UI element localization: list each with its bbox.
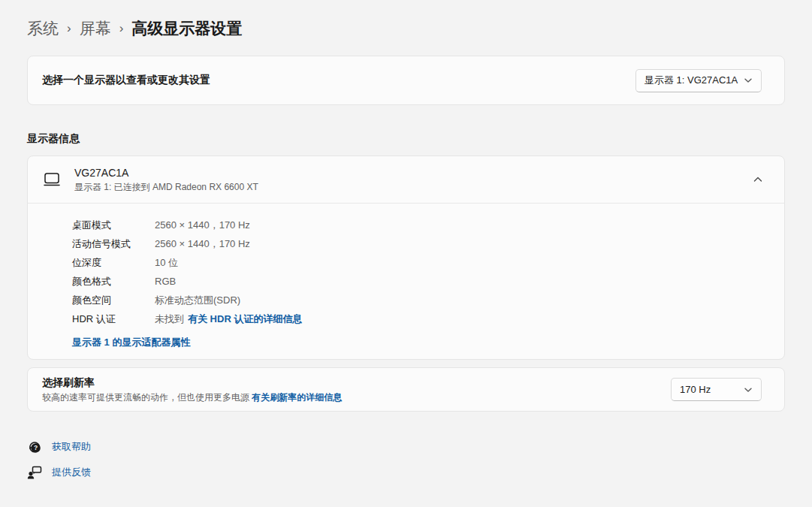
- table-row: 位深度 10 位: [72, 253, 770, 272]
- refresh-rate-dropdown[interactable]: 170 Hz: [671, 378, 762, 401]
- advanced-display-settings-page: 系统 › 屏幕 › 高级显示器设置 选择一个显示器以查看或更改其设置 显示器 1…: [0, 17, 812, 480]
- get-help-label: 获取帮助: [52, 440, 91, 454]
- row-label: 颜色格式: [72, 275, 155, 288]
- refresh-rate-description-text: 较高的速率可提供更流畅的动作，但也使用更多电源: [42, 392, 249, 403]
- footer-links: ? 获取帮助 提供反馈: [27, 439, 785, 480]
- display-info-expander-header[interactable]: VG27AC1A 显示器 1: 已连接到 AMD Radeon RX 6600 …: [28, 156, 784, 203]
- row-value: 标准动态范围(SDR): [155, 294, 240, 307]
- svg-text:?: ?: [34, 444, 38, 451]
- display-selector-value: 显示器 1: VG27AC1A: [644, 74, 738, 87]
- row-value: 未找到: [155, 312, 184, 326]
- breadcrumb-separator: ›: [119, 17, 124, 41]
- chevron-down-icon: [744, 76, 753, 85]
- monitor-icon: [42, 171, 62, 188]
- refresh-rate-info-link[interactable]: 有关刷新率的详细信息: [252, 392, 342, 403]
- monitor-status: 显示器 1: 已连接到 AMD Radeon RX 6600 XT: [74, 181, 753, 193]
- feedback-icon: [27, 465, 42, 480]
- refresh-rate-value: 170 Hz: [680, 384, 711, 395]
- breadcrumb-display[interactable]: 屏幕: [80, 17, 111, 41]
- table-row: 活动信号模式 2560 × 1440，170 Hz: [72, 234, 770, 253]
- help-icon: ?: [27, 439, 42, 454]
- row-value: 2560 × 1440，170 Hz: [155, 219, 250, 232]
- table-row: 颜色格式 RGB: [72, 272, 770, 291]
- breadcrumb-separator: ›: [67, 17, 71, 41]
- display-selector-label: 选择一个显示器以查看或更改其设置: [42, 74, 210, 87]
- display-info-titles: VG27AC1A 显示器 1: 已连接到 AMD Radeon RX 6600 …: [74, 166, 753, 193]
- row-label: 位深度: [72, 256, 155, 270]
- give-feedback-link[interactable]: 提供反馈: [27, 465, 91, 480]
- row-value: RGB: [155, 276, 176, 287]
- row-label: 活动信号模式: [72, 237, 155, 251]
- table-row-hdr: HDR 认证 未找到 有关 HDR 认证的详细信息: [72, 309, 770, 328]
- table-row: 桌面模式 2560 × 1440，170 Hz: [72, 216, 770, 234]
- display-info-section-title: 显示器信息: [27, 132, 785, 146]
- chevron-up-icon[interactable]: [753, 174, 763, 185]
- refresh-rate-description: 较高的速率可提供更流畅的动作，但也使用更多电源 有关刷新率的详细信息: [42, 391, 342, 403]
- page-title: 高级显示器设置: [131, 17, 242, 41]
- hdr-certification-link[interactable]: 有关 HDR 认证的详细信息: [188, 312, 302, 326]
- row-label: 桌面模式: [72, 219, 155, 232]
- row-value: 2560 × 1440，170 Hz: [155, 237, 250, 251]
- refresh-rate-card: 选择刷新率 较高的速率可提供更流畅的动作，但也使用更多电源 有关刷新率的详细信息…: [27, 367, 785, 412]
- get-help-link[interactable]: ? 获取帮助: [27, 439, 91, 454]
- display-selector-dropdown[interactable]: 显示器 1: VG27AC1A: [635, 69, 762, 92]
- breadcrumb-system[interactable]: 系统: [27, 17, 59, 41]
- display-adapter-properties-link[interactable]: 显示器 1 的显示适配器属性: [72, 336, 190, 349]
- monitor-name: VG27AC1A: [74, 166, 753, 180]
- row-label: HDR 认证: [72, 312, 155, 326]
- refresh-rate-titles: 选择刷新率 较高的速率可提供更流畅的动作，但也使用更多电源 有关刷新率的详细信息: [42, 376, 342, 403]
- row-label: 颜色空间: [72, 294, 155, 307]
- breadcrumb: 系统 › 屏幕 › 高级显示器设置: [27, 17, 785, 41]
- table-row: 颜色空间 标准动态范围(SDR): [72, 291, 770, 309]
- row-value: 10 位: [155, 256, 178, 270]
- display-info-card: VG27AC1A 显示器 1: 已连接到 AMD Radeon RX 6600 …: [27, 155, 785, 360]
- display-selector-card: 选择一个显示器以查看或更改其设置 显示器 1: VG27AC1A: [27, 56, 785, 105]
- give-feedback-label: 提供反馈: [52, 466, 91, 479]
- chevron-down-icon: [744, 385, 753, 394]
- display-info-body: 桌面模式 2560 × 1440，170 Hz 活动信号模式 2560 × 14…: [28, 204, 784, 359]
- refresh-rate-title: 选择刷新率: [42, 376, 342, 389]
